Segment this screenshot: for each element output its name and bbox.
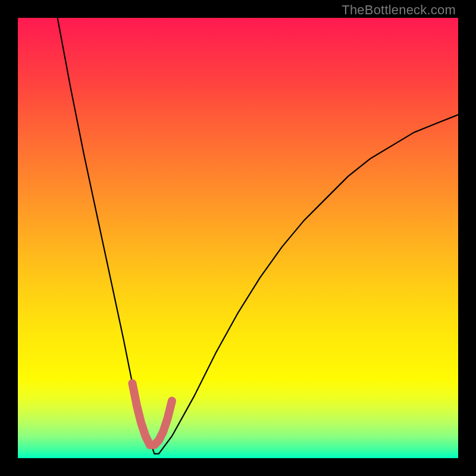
bottleneck-curve-line [58,18,458,454]
chart-frame: TheBottleneck.com [0,0,476,476]
chart-svg [18,18,458,458]
plot-area [18,18,458,458]
optimal-marker-line [132,383,172,445]
watermark-text: TheBottleneck.com [342,2,456,18]
